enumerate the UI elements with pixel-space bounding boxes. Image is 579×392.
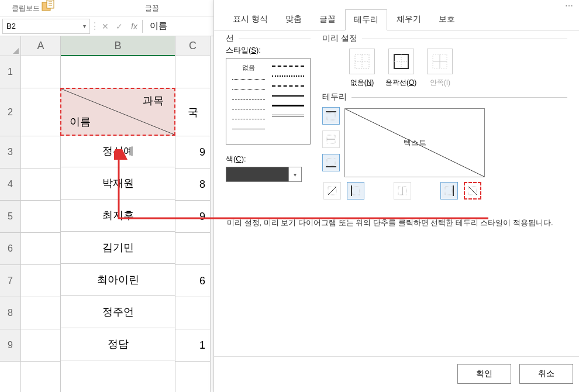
line-style-option[interactable] — [272, 113, 305, 118]
border-diag-up-button[interactable] — [323, 182, 341, 200]
fx-icon[interactable]: fx — [126, 22, 142, 31]
border-group-label: 테두리 — [322, 92, 351, 102]
row-header[interactable]: 1 — [0, 56, 20, 88]
cell[interactable] — [21, 56, 60, 88]
cell[interactable]: 정담 — [61, 328, 175, 360]
cell[interactable] — [21, 329, 60, 362]
cell[interactable]: 정선예 — [61, 135, 175, 167]
border-top-button[interactable] — [322, 107, 340, 125]
preset-outline-icon — [393, 53, 409, 70]
line-style-option[interactable] — [232, 87, 265, 92]
cell[interactable]: 국 — [175, 88, 210, 136]
svg-rect-16 — [327, 159, 335, 166]
line-style-option[interactable] — [232, 106, 265, 112]
cell[interactable] — [175, 233, 210, 265]
row-header[interactable]: 4 — [0, 169, 20, 201]
cell[interactable] — [21, 297, 60, 329]
tab-fill[interactable]: 채우기 — [388, 9, 429, 30]
cell[interactable]: 1 — [175, 329, 210, 362]
line-style-option[interactable] — [232, 97, 265, 102]
line-style-none[interactable]: 없음 — [232, 63, 265, 72]
cell[interactable]: 최지후 — [61, 200, 175, 232]
ribbon-group-clipboard: 클립보드 — [12, 4, 40, 16]
row-header[interactable]: 5 — [0, 201, 20, 233]
close-icon[interactable]: ⋯ — [565, 1, 573, 11]
cell[interactable] — [175, 297, 210, 329]
cell[interactable]: 최아이린 — [61, 264, 175, 296]
row-header[interactable]: 6 — [0, 233, 20, 265]
col-header-b[interactable]: B — [61, 36, 175, 56]
name-box[interactable]: B2 ▾ — [2, 19, 90, 34]
style-label: 스타일(S): — [226, 45, 311, 56]
cancel-formula-icon[interactable]: ✕ — [98, 22, 112, 31]
ok-button[interactable]: 확인 — [457, 364, 511, 384]
cell[interactable]: 정주언 — [61, 296, 175, 328]
line-style-option[interactable] — [272, 63, 305, 68]
cell[interactable] — [21, 169, 60, 201]
border-bottom-button[interactable] — [322, 154, 340, 171]
preview-text: 텍스트 — [404, 137, 426, 148]
col-header-a[interactable]: A — [21, 36, 60, 56]
border-preview[interactable]: 텍스트 — [344, 108, 485, 177]
accept-formula-icon[interactable]: ✓ — [112, 22, 126, 31]
svg-rect-1 — [47, 0, 54, 8]
line-style-option[interactable] — [272, 103, 305, 108]
border-top-icon — [326, 111, 336, 121]
row-header[interactable]: 2 — [0, 88, 20, 136]
border-diag-down-button[interactable] — [464, 182, 481, 200]
line-style-list[interactable]: 없음 — [226, 58, 311, 145]
tab-protection[interactable]: 보호 — [430, 9, 463, 30]
cell[interactable]: 9 — [175, 201, 210, 233]
line-style-option[interactable] — [272, 83, 305, 88]
border-middle-h-button[interactable] — [322, 130, 340, 148]
col-header-c[interactable]: C — [175, 36, 210, 56]
color-swatch — [226, 167, 288, 181]
cell-label-bottom: 이름 — [70, 115, 91, 129]
tab-alignment[interactable]: 맞춤 — [277, 9, 310, 30]
line-style-option[interactable] — [272, 93, 305, 98]
line-style-option[interactable] — [232, 116, 265, 122]
color-picker[interactable]: ▾ — [226, 167, 302, 182]
tab-border[interactable]: 테두리 — [345, 9, 387, 30]
preset-none-icon — [354, 53, 370, 70]
cell[interactable]: 김기민 — [61, 232, 175, 264]
row-header[interactable]: 3 — [0, 136, 20, 169]
cell[interactable] — [21, 88, 60, 136]
cell[interactable]: 8 — [175, 169, 210, 201]
select-all-corner[interactable] — [0, 36, 20, 56]
line-style-option[interactable] — [232, 77, 265, 82]
name-box-value: B2 — [6, 22, 16, 30]
border-left-button[interactable] — [347, 182, 364, 200]
color-label: 색(C): — [226, 154, 311, 164]
border-middle-v-button[interactable] — [394, 182, 411, 200]
border-right-button[interactable] — [440, 182, 458, 200]
cell[interactable] — [61, 56, 175, 88]
preset-none[interactable]: 없음(N) — [349, 49, 375, 88]
border-right-icon — [444, 185, 454, 196]
row-header[interactable]: 7 — [0, 265, 20, 297]
tab-font[interactable]: 글꼴 — [311, 9, 344, 30]
cell[interactable] — [21, 233, 60, 265]
ribbon-group-font: 글꼴 — [145, 4, 159, 16]
preset-outline[interactable]: 윤곽선(O) — [385, 49, 416, 88]
line-style-option[interactable] — [272, 73, 305, 78]
row-header[interactable]: 8 — [0, 297, 20, 329]
divider: ⋮ — [90, 20, 98, 32]
cell[interactable] — [21, 201, 60, 233]
cell-b2-selected[interactable]: 과목 이름 — [60, 88, 175, 136]
cell[interactable]: 박재원 — [61, 167, 175, 200]
cell-label-top: 과목 — [143, 94, 164, 108]
cell[interactable] — [21, 136, 60, 169]
cell[interactable]: 9 — [175, 136, 210, 169]
border-left-icon — [350, 185, 361, 196]
preset-inside: 안쪽(I) — [427, 49, 453, 88]
cell[interactable] — [175, 56, 210, 88]
cell[interactable] — [21, 265, 60, 297]
preset-inside-icon — [432, 53, 448, 70]
cell[interactable]: 6 — [175, 265, 210, 297]
row-header[interactable]: 9 — [0, 329, 20, 362]
line-style-option[interactable] — [232, 126, 265, 132]
tab-number[interactable]: 표시 형식 — [225, 9, 276, 30]
svg-rect-25 — [445, 187, 452, 195]
cancel-button[interactable]: 취소 — [519, 364, 573, 384]
